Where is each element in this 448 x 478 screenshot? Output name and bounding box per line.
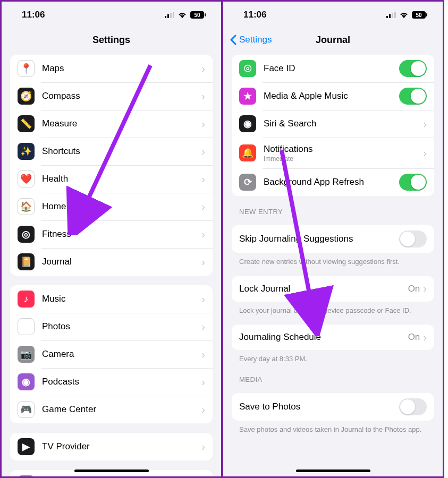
chevron-right-icon: › [201, 441, 205, 453]
chevron-right-icon: › [201, 293, 205, 305]
settings-group-apps-1: 📍Maps›🧭Compass›📏Measure›✨Shortcuts›❤️Hea… [10, 55, 213, 276]
svg-text:50: 50 [416, 12, 422, 18]
row-label: Save to Photos [239, 402, 399, 412]
home-indicator[interactable] [74, 470, 149, 472]
row-value: On [408, 284, 420, 294]
cellular-icon [165, 12, 174, 18]
schedule-group: Journaling Schedule On › [232, 325, 434, 350]
game-center-icon: 🎮 [18, 401, 35, 418]
developer-icon: 🔨 [18, 475, 35, 478]
cellular-icon [386, 12, 396, 18]
row-home[interactable]: 🏠Home› [10, 193, 213, 220]
row-compass[interactable]: 🧭Compass› [10, 82, 213, 110]
chevron-right-icon: › [201, 90, 205, 103]
journal-permissions-group: ⦾Face ID★Media & Apple Music◉Siri & Sear… [232, 55, 434, 196]
row-journaling-schedule[interactable]: Journaling Schedule On › [232, 325, 434, 350]
row-shortcuts[interactable]: ✨Shortcuts› [10, 138, 213, 165]
toggle-face-id[interactable] [399, 60, 427, 77]
row-label: Notifications [264, 144, 423, 155]
row-fitness[interactable]: ◎Fitness› [10, 220, 213, 248]
row-media-apple-music[interactable]: ★Media & Apple Music [232, 82, 434, 110]
podcasts-icon: ◉ [18, 373, 35, 390]
photos-icon: ❋ [18, 318, 35, 335]
svg-rect-5 [205, 13, 206, 16]
row-game-center[interactable]: 🎮Game Center› [10, 396, 213, 423]
row-label: Journal [42, 257, 201, 267]
settings-scroll[interactable]: 📍Maps›🧭Compass›📏Measure›✨Shortcuts›❤️Hea… [2, 52, 221, 478]
home-indicator[interactable] [296, 470, 370, 472]
background-app-refresh-icon: ⟳ [239, 174, 256, 191]
status-indicators: 50 [165, 11, 206, 19]
svg-text:50: 50 [194, 12, 200, 18]
settings-group-tv: ▶TV Provider› [10, 433, 213, 460]
music-icon: ♪ [18, 291, 35, 308]
tv-provider-icon: ▶ [18, 438, 35, 455]
toggle-media-apple-music[interactable] [399, 88, 427, 105]
row-label: Media & Apple Music [264, 91, 399, 101]
row-label: Game Center [42, 404, 201, 415]
chevron-right-icon: › [201, 256, 205, 268]
chevron-right-icon: › [201, 228, 205, 241]
row-label: Shortcuts [42, 146, 201, 157]
row-label: Skip Journaling Suggestions [239, 234, 399, 244]
row-siri-search[interactable]: ◉Siri & Search› [232, 110, 434, 138]
chevron-right-icon: › [423, 283, 427, 295]
row-lock-journal[interactable]: Lock Journal On › [232, 276, 434, 302]
row-label: Camera [42, 349, 201, 360]
wifi-icon [399, 12, 409, 18]
svg-rect-13 [426, 13, 427, 16]
chevron-right-icon: › [201, 348, 205, 361]
row-notifications[interactable]: 🔔NotificationsImmediate› [232, 138, 434, 168]
footnote-save: Save photos and videos taken in Journal … [239, 425, 427, 434]
chevron-right-icon: › [201, 63, 205, 75]
row-background-app-refresh[interactable]: ⟳Background App Refresh [232, 168, 434, 196]
row-label: Fitness [42, 229, 201, 240]
row-save-to-photos[interactable]: Save to Photos [232, 393, 434, 421]
settings-group-apps-2: ♪Music›❋Photos›📷Camera›◉Podcasts›🎮Game C… [10, 285, 213, 423]
health-icon: ❤️ [18, 170, 35, 187]
toggle-skip-suggestions[interactable] [399, 231, 427, 247]
svg-rect-0 [165, 16, 166, 18]
journal-icon: 📔 [18, 253, 35, 270]
row-label: Measure [42, 118, 201, 129]
row-health[interactable]: ❤️Health› [10, 165, 213, 193]
chevron-right-icon: › [423, 331, 427, 344]
toggle-save-to-photos[interactable] [399, 398, 427, 415]
row-tv-provider[interactable]: ▶TV Provider› [10, 433, 213, 460]
chevron-right-icon: › [201, 173, 205, 185]
row-music[interactable]: ♪Music› [10, 285, 213, 313]
chevron-left-icon [230, 35, 237, 45]
save-photos-group: Save to Photos [232, 393, 434, 421]
journal-scroll[interactable]: ⦾Face ID★Media & Apple Music◉Siri & Sear… [223, 52, 443, 478]
row-label: Podcasts [42, 377, 201, 387]
row-journal[interactable]: 📔Journal› [10, 248, 213, 276]
fitness-icon: ◎ [18, 226, 35, 243]
status-time: 11:06 [22, 10, 45, 20]
row-photos[interactable]: ❋Photos› [10, 313, 213, 340]
row-maps[interactable]: 📍Maps› [10, 55, 213, 82]
back-button[interactable]: Settings [230, 35, 272, 45]
svg-rect-9 [389, 14, 391, 18]
footnote-lock: Lock your journal using the device passc… [239, 306, 427, 315]
back-label: Settings [239, 35, 272, 45]
wifi-icon [177, 12, 187, 18]
row-camera[interactable]: 📷Camera› [10, 340, 213, 368]
chevron-right-icon: › [201, 321, 205, 333]
toggle-background-app-refresh[interactable] [399, 174, 427, 191]
row-label: Maps [42, 63, 201, 74]
row-skip-suggestions[interactable]: Skip Journaling Suggestions [232, 225, 434, 253]
row-label: TV Provider [42, 441, 201, 452]
row-label: Home [42, 201, 201, 212]
row-measure[interactable]: 📏Measure› [10, 110, 213, 138]
row-label: Face ID [264, 63, 399, 74]
row-label: Health [42, 174, 201, 184]
row-face-id[interactable]: ⦾Face ID [232, 55, 434, 82]
chevron-right-icon: › [201, 404, 205, 416]
status-time: 11:06 [243, 10, 266, 20]
row-label: Siri & Search [264, 118, 423, 129]
row-podcasts[interactable]: ◉Podcasts› [10, 368, 213, 396]
status-bar: 11:06 50 [2, 2, 221, 28]
battery-icon: 50 [190, 11, 206, 19]
nav-bar: Settings [2, 28, 221, 52]
row-label: Background App Refresh [264, 177, 399, 187]
